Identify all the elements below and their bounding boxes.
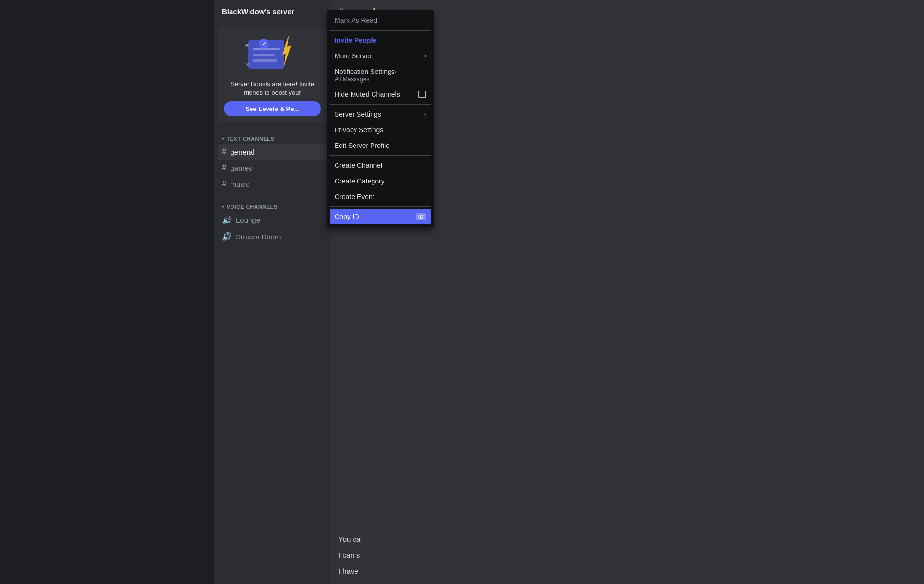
voice-channels-category[interactable]: ▾ VOICE CHANNELS [218, 202, 327, 212]
channel-stream-room[interactable]: 🔊 Stream Room [218, 229, 327, 245]
menu-divider-3 [330, 155, 431, 156]
svg-rect-1 [253, 48, 280, 50]
voice-category-label: VOICE CHANNELS [227, 204, 278, 210]
channel-games[interactable]: # games [218, 160, 327, 176]
channel-general[interactable]: # general [218, 144, 327, 160]
menu-mute-server[interactable]: Mute Server › [330, 48, 431, 64]
svg-text:✕: ✕ [245, 61, 249, 67]
boost-text: Server Boosts are here! Invite friends t… [224, 80, 321, 97]
svg-rect-2 [253, 54, 275, 56]
svg-rect-3 [253, 59, 277, 62]
svg-text:✓: ✓ [262, 41, 266, 47]
boost-banner: ✓ ✦ ✕ Server Boosts are here! Invite fri… [218, 27, 327, 122]
menu-copy-id[interactable]: Copy ID ID [330, 209, 431, 224]
notification-settings-chevron: › [395, 68, 397, 75]
privacy-settings-label: Privacy Settings [335, 126, 383, 134]
menu-divider-1 [330, 30, 431, 31]
text-channels-section: ▾ TEXT CHANNELS # general # games # musi… [214, 126, 331, 194]
notification-settings-content: Notification Settings › All Messages [335, 68, 397, 83]
notification-settings-row: Notification Settings › [335, 68, 397, 75]
menu-divider-4 [330, 206, 431, 207]
mute-server-label: Mute Server [335, 52, 372, 60]
channel-general-name: general [230, 148, 254, 156]
menu-mark-as-read[interactable]: Mark As Read [330, 13, 431, 28]
hash-icon-games: # [222, 163, 226, 173]
voice-category-arrow: ▾ [222, 204, 225, 209]
menu-create-category[interactable]: Create Category [330, 173, 431, 189]
menu-server-settings[interactable]: Server Settings › [330, 107, 431, 122]
server-settings-label: Server Settings [335, 110, 381, 118]
boost-description: Server Boosts are here! Invite friends t… [231, 80, 314, 96]
hash-icon-music: # [222, 179, 226, 189]
channel-music[interactable]: # music [218, 176, 327, 192]
speaker-icon-stream: 🔊 [222, 232, 232, 242]
menu-hide-muted-channels[interactable]: Hide Muted Channels [330, 87, 431, 102]
copy-id-badge: ID [416, 213, 426, 220]
channel-stream-room-name: Stream Room [236, 233, 281, 241]
hash-icon-general: # [222, 147, 226, 157]
voice-channels-section: ▾ VOICE CHANNELS 🔊 Lounge 🔊 Stream Room [214, 194, 331, 247]
hide-muted-channels-label: Hide Muted Channels [335, 91, 400, 98]
server-header[interactable]: BlackWidow's server [214, 0, 331, 23]
edit-server-profile-label: Edit Server Profile [335, 142, 390, 149]
channel-lounge[interactable]: 🔊 Lounge [218, 212, 327, 228]
message-text-3: I have [338, 567, 358, 575]
text-category-label: TEXT CHANNELS [227, 136, 275, 142]
channel-lounge-name: Lounge [236, 216, 260, 224]
server-settings-chevron: › [424, 111, 426, 118]
menu-notification-settings[interactable]: Notification Settings › All Messages [330, 64, 431, 87]
menu-edit-server-profile[interactable]: Edit Server Profile [330, 138, 431, 153]
menu-create-channel[interactable]: Create Channel [330, 158, 431, 173]
create-category-label: Create Category [335, 177, 385, 185]
chat-message-1: You ca [338, 534, 916, 544]
chat-message-2: I can s [338, 550, 916, 560]
svg-text:✦: ✦ [244, 42, 249, 49]
invite-people-label: Invite People [335, 36, 376, 44]
chat-message-3: I have [338, 566, 916, 576]
create-event-label: Create Event [335, 193, 374, 201]
speaker-icon-lounge: 🔊 [222, 215, 232, 225]
menu-divider-2 [330, 104, 431, 105]
text-channels-category[interactable]: ▾ TEXT CHANNELS [218, 134, 327, 144]
menu-privacy-settings[interactable]: Privacy Settings [330, 122, 431, 138]
server-name: BlackWidow's server [222, 7, 294, 16]
mute-server-chevron: › [424, 53, 426, 59]
hide-muted-checkbox[interactable] [418, 91, 426, 98]
text-category-arrow: ▾ [222, 136, 225, 141]
channel-games-name: games [230, 164, 252, 172]
mark-as-read-label: Mark As Read [335, 17, 377, 24]
create-channel-label: Create Channel [335, 162, 382, 169]
message-text-1: You ca [338, 535, 360, 543]
menu-invite-people[interactable]: Invite People [330, 33, 431, 48]
menu-create-event[interactable]: Create Event [330, 189, 431, 204]
message-text-2: I can s [338, 551, 360, 559]
sidebar: BlackWidow's server ✓ ✦ ✕ [214, 0, 331, 584]
boost-button[interactable]: See Levels & Pe... [224, 101, 321, 116]
boost-illustration: ✓ ✦ ✕ [243, 33, 302, 77]
notification-settings-label: Notification Settings [335, 68, 395, 75]
copy-id-label: Copy ID [335, 213, 359, 220]
channel-music-name: music [230, 180, 249, 188]
context-menu: Mark As Read Invite People Mute Server ›… [327, 10, 434, 227]
notification-settings-sublabel: All Messages [335, 76, 397, 83]
